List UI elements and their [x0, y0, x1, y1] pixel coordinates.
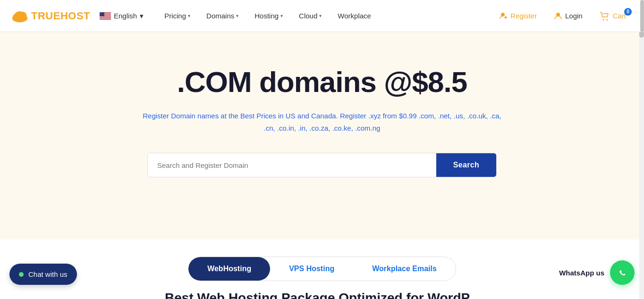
pricing-caret: ▾ [188, 13, 190, 18]
brand-name: TRUEHOST [31, 10, 90, 22]
nav-cloud[interactable]: Cloud ▾ [292, 8, 328, 24]
hero-subtitle: Register Domain names at the Best Prices… [143, 110, 501, 134]
logo-icon [11, 8, 28, 24]
svg-point-18 [616, 266, 628, 279]
login-button[interactable]: Login [547, 8, 589, 24]
nav-domains[interactable]: Domains ▾ [200, 8, 245, 24]
nav-right: Register Login 0 Cart [492, 7, 633, 25]
tab-workplace-emails[interactable]: Workplace Emails [353, 257, 456, 281]
whatsapp-label: WhatsApp us [559, 269, 604, 277]
language-label: English [114, 12, 137, 20]
register-icon [499, 12, 508, 20]
hero-section: .COM domains @$8.5 Register Domain names… [0, 32, 644, 240]
whatsapp-button[interactable] [610, 260, 635, 285]
nav-links: Pricing ▾ Domains ▾ Hosting ▾ Cloud ▾ Wo… [158, 8, 492, 24]
svg-rect-11 [100, 12, 104, 17]
chat-widget[interactable]: Chat with us [9, 264, 77, 285]
bottom-partial: Best Web Hosting Package Optimized for W… [0, 281, 644, 299]
svg-point-17 [606, 19, 608, 20]
register-label: Register [510, 12, 537, 20]
cart-badge: 0 [624, 8, 632, 16]
cart-icon [600, 11, 610, 21]
chat-label: Chat with us [28, 270, 68, 278]
cart-button[interactable]: 0 Cart [593, 7, 633, 25]
page-scrollbar[interactable] [639, 0, 644, 299]
domain-search-bar: Search [147, 153, 497, 177]
login-icon [554, 12, 562, 20]
hero-title: .COM domains @$8.5 [177, 65, 467, 99]
tabs-section: WebHosting VPS Hosting Workplace Emails [0, 240, 644, 281]
navbar: TRUEHOST English ▾ Pricing ▾ Domains ▾ H… [0, 0, 644, 32]
nav-workplace[interactable]: Workplace [331, 8, 378, 24]
search-button[interactable]: Search [436, 153, 496, 177]
language-caret: ▾ [140, 12, 144, 20]
login-label: Login [565, 12, 583, 20]
logo[interactable]: TRUEHOST [11, 8, 90, 24]
flag-icon [100, 12, 111, 20]
tabs-container: WebHosting VPS Hosting Workplace Emails [188, 257, 456, 281]
tab-webhosting[interactable]: WebHosting [188, 257, 270, 281]
whatsapp-icon [616, 266, 629, 279]
nav-pricing[interactable]: Pricing ▾ [158, 8, 197, 24]
register-button[interactable]: Register [492, 8, 543, 24]
nav-hosting[interactable]: Hosting ▾ [248, 8, 289, 24]
svg-point-16 [602, 19, 604, 20]
hosting-caret: ▾ [280, 13, 283, 18]
svg-point-3 [15, 11, 25, 18]
svg-rect-8 [100, 16, 111, 17]
domains-caret: ▾ [236, 13, 238, 18]
tab-vps-hosting[interactable]: VPS Hosting [270, 257, 353, 281]
scrollbar[interactable] [640, 0, 644, 32]
cloud-caret: ▾ [319, 13, 322, 18]
search-input[interactable] [148, 153, 436, 177]
chat-online-indicator [19, 272, 24, 277]
whatsapp-section: WhatsApp us [559, 260, 635, 285]
bottom-title: Best Web Hosting Package Optimized for W… [0, 291, 644, 299]
language-selector[interactable]: English ▾ [100, 12, 144, 20]
svg-rect-9 [100, 17, 111, 18]
svg-rect-10 [100, 18, 111, 19]
